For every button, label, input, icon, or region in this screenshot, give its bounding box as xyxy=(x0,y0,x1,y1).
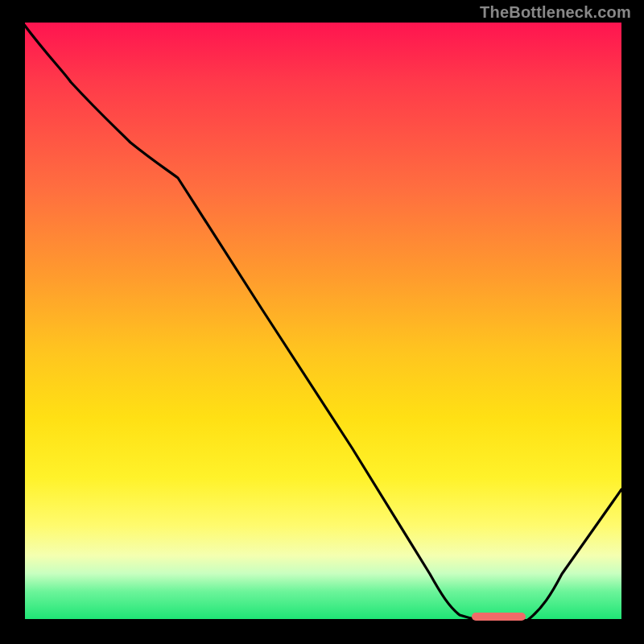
optimal-range-marker xyxy=(472,613,526,621)
bottleneck-curve xyxy=(23,23,621,621)
plot-area xyxy=(23,23,621,621)
watermark-text: TheBottleneck.com xyxy=(480,3,631,22)
chart-root: TheBottleneck.com xyxy=(0,0,644,644)
